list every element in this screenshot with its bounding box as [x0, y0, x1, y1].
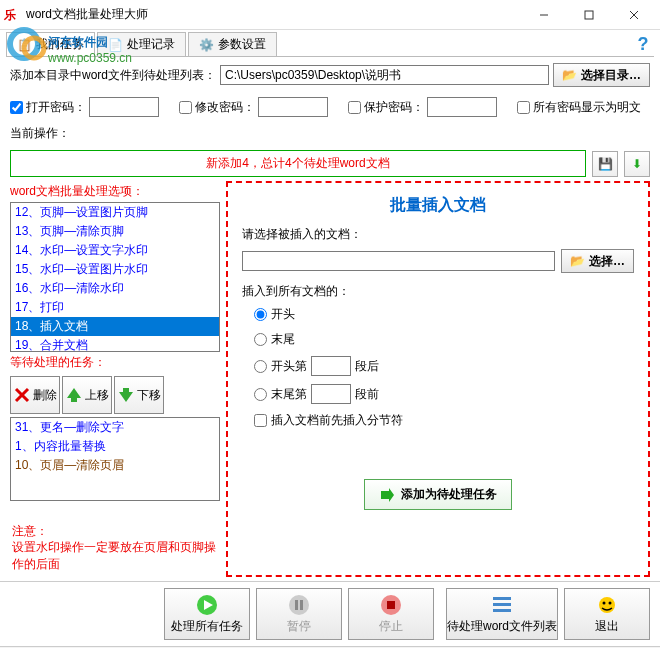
svg-rect-1	[585, 11, 593, 19]
download-icon: ⬇	[632, 157, 642, 171]
save-icon: 💾	[598, 157, 613, 171]
path-row: 添加本目录中word文件到待处理列表： 📂 选择目录…	[0, 57, 660, 93]
list-item[interactable]: 18、插入文档	[11, 317, 219, 336]
stop-icon	[380, 594, 402, 616]
svg-point-15	[289, 595, 309, 615]
svg-marker-12	[381, 488, 394, 502]
tab-settings[interactable]: ⚙️ 参数设置	[188, 32, 277, 56]
svg-rect-20	[493, 597, 511, 600]
folder-icon: 📂	[570, 254, 585, 268]
save-button[interactable]: 💾	[592, 151, 618, 177]
protect-pw-checkbox[interactable]	[348, 101, 361, 114]
svg-rect-17	[300, 600, 303, 610]
bottom-toolbar: 处理所有任务 暂停 停止 待处理word文件列表 退出	[0, 581, 660, 646]
svg-marker-11	[119, 388, 133, 402]
arrow-down-icon	[117, 386, 135, 404]
section-break-checkbox[interactable]	[254, 414, 267, 427]
tabs-row: 📋 我的任务 📄 处理记录 ⚙️ 参数设置 ?	[0, 30, 660, 56]
pause-button[interactable]: 暂停	[256, 588, 342, 640]
close-button[interactable]	[611, 1, 656, 29]
pending-label: 等待处理的任务：	[10, 352, 220, 373]
show-plain-label: 所有密码显示为明文	[533, 99, 641, 116]
added-summary: 新添加4，总计4个待处理word文档	[10, 150, 586, 177]
list-item[interactable]: 16、水印—清除水印	[11, 279, 219, 298]
modify-pw-label: 修改密码：	[195, 99, 255, 116]
arrow-right-icon	[379, 487, 395, 503]
pending-list-button[interactable]: 待处理word文件列表	[446, 588, 558, 640]
list-item[interactable]: 12、页脚—设置图片页脚	[11, 203, 219, 222]
choose-dir-button[interactable]: 📂 选择目录…	[553, 63, 650, 87]
play-icon	[196, 594, 218, 616]
options-listbox[interactable]: 12、页脚—设置图片页脚13、页脚—清除页脚14、水印—设置文字水印15、水印—…	[10, 202, 220, 352]
svg-marker-10	[67, 388, 81, 402]
arrow-up-icon	[65, 386, 83, 404]
exit-icon	[596, 594, 618, 616]
password-row: 打开密码： 修改密码： 保护密码： 所有密码显示为明文	[0, 93, 660, 121]
move-up-button[interactable]: 上移	[62, 376, 112, 414]
insert-doc-panel: 批量插入文档 请选择被插入的文档： 📂 选择… 插入到所有文档的： 开头 末尾 …	[226, 181, 650, 577]
list-item[interactable]: 19、合并文档	[11, 336, 219, 352]
svg-rect-22	[493, 609, 511, 612]
doc-path-input[interactable]	[242, 251, 555, 271]
modify-pw-field[interactable]	[258, 97, 328, 117]
pause-icon	[288, 594, 310, 616]
svg-point-24	[603, 601, 606, 604]
current-op-label: 当前操作：	[0, 121, 660, 146]
list-item[interactable]: 17、打印	[11, 298, 219, 317]
list-item[interactable]: 1、内容批量替换	[11, 437, 219, 456]
choose-doc-label: 请选择被插入的文档：	[242, 226, 634, 243]
list-item[interactable]: 31、更名—删除文字	[11, 418, 219, 437]
tab-history[interactable]: 📄 处理记录	[97, 32, 186, 56]
choose-doc-button[interactable]: 📂 选择…	[561, 249, 634, 273]
insert-to-label: 插入到所有文档的：	[242, 283, 634, 300]
path-input[interactable]	[220, 65, 549, 85]
panel-title: 批量插入文档	[242, 191, 634, 226]
svg-point-25	[609, 601, 612, 604]
head-num-field[interactable]	[311, 356, 351, 376]
list-item[interactable]: 15、水印—设置图片水印	[11, 260, 219, 279]
help-icon[interactable]: ?	[632, 33, 654, 55]
tail-num-field[interactable]	[311, 384, 351, 404]
svg-rect-21	[493, 603, 511, 606]
delete-button[interactable]: 删除	[10, 376, 60, 414]
pending-listbox[interactable]: 31、更名—删除文字1、内容批量替换10、页眉—清除页眉	[10, 417, 220, 501]
svg-rect-19	[387, 601, 395, 609]
note-text: 注意： 设置水印操作一定要放在页眉和页脚操作的后面	[10, 519, 220, 577]
titlebar: 乐 word文档批量处理大师	[0, 0, 660, 30]
process-all-button[interactable]: 处理所有任务	[164, 588, 250, 640]
app-icon: 乐	[4, 7, 20, 23]
gear-icon: ⚙️	[199, 38, 214, 52]
tab-my-tasks[interactable]: 📋 我的任务	[6, 32, 95, 56]
folder-icon: 📂	[562, 68, 577, 82]
add-task-button[interactable]: 添加为待处理任务	[364, 479, 512, 510]
stop-button[interactable]: 停止	[348, 588, 434, 640]
path-label: 添加本目录中word文件到待处理列表：	[10, 67, 216, 84]
protect-pw-label: 保护密码：	[364, 99, 424, 116]
radio-tail-num[interactable]	[254, 388, 267, 401]
list-icon	[491, 594, 513, 616]
history-icon: 📄	[108, 38, 123, 52]
open-pw-checkbox[interactable]	[10, 101, 23, 114]
modify-pw-checkbox[interactable]	[179, 101, 192, 114]
radio-head[interactable]	[254, 308, 267, 321]
delete-x-icon	[13, 386, 31, 404]
window-title: word文档批量处理大师	[26, 6, 521, 23]
minimize-button[interactable]	[521, 1, 566, 29]
list-item[interactable]: 14、水印—设置文字水印	[11, 241, 219, 260]
tasks-icon: 📋	[17, 38, 32, 52]
list-item[interactable]: 10、页眉—清除页眉	[11, 456, 219, 475]
options-label: word文档批量处理选项：	[10, 181, 220, 202]
protect-pw-field[interactable]	[427, 97, 497, 117]
show-plain-checkbox[interactable]	[517, 101, 530, 114]
download-button[interactable]: ⬇	[624, 151, 650, 177]
radio-tail[interactable]	[254, 333, 267, 346]
exit-button[interactable]: 退出	[564, 588, 650, 640]
open-pw-label: 打开密码：	[26, 99, 86, 116]
list-item[interactable]: 13、页脚—清除页脚	[11, 222, 219, 241]
svg-rect-16	[295, 600, 298, 610]
maximize-button[interactable]	[566, 1, 611, 29]
radio-head-num[interactable]	[254, 360, 267, 373]
move-down-button[interactable]: 下移	[114, 376, 164, 414]
open-pw-field[interactable]	[89, 97, 159, 117]
